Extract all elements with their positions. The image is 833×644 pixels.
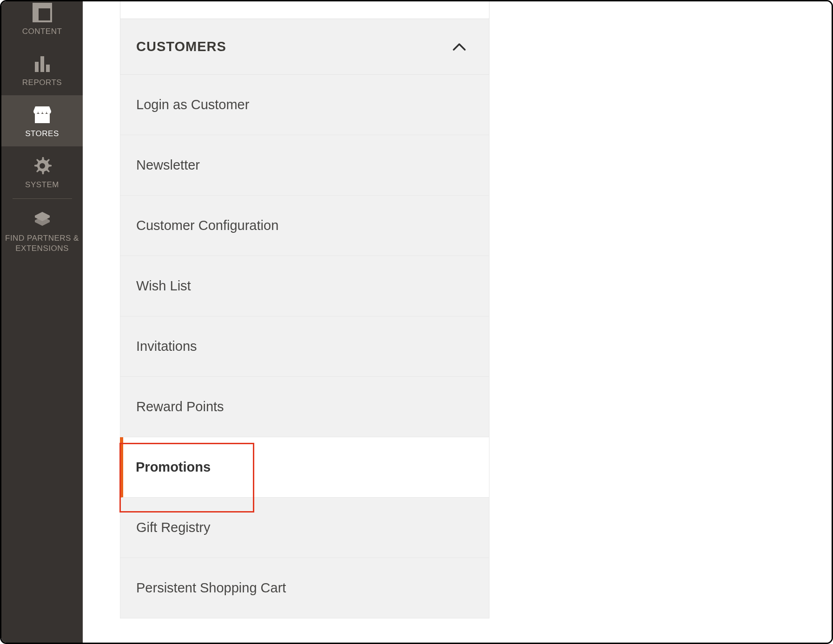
chevron-up-icon (452, 39, 467, 54)
config-column: CUSTOMERS Login as Customer Newsletter C… (120, 1, 489, 618)
sidebar-item-find-partners[interactable]: FIND PARTNERS & EXTENSIONS (1, 200, 83, 261)
config-item-label: Gift Registry (136, 520, 211, 535)
config-item-label: Persistent Shopping Cart (136, 580, 286, 596)
sidebar-item-label: FIND PARTNERS & EXTENSIONS (1, 233, 83, 254)
content-icon (31, 1, 53, 24)
config-item-reward-points[interactable]: Reward Points (120, 377, 489, 437)
svg-rect-1 (33, 4, 51, 8)
section-title: CUSTOMERS (136, 39, 226, 54)
config-item-label: Wish List (136, 278, 191, 294)
config-item-newsletter[interactable]: Newsletter (120, 135, 489, 196)
svg-point-8 (40, 163, 45, 169)
partners-icon (31, 208, 53, 230)
sidebar-item-stores[interactable]: STORES (1, 95, 83, 146)
config-item-persistent-shopping-cart[interactable]: Persistent Shopping Cart (120, 558, 489, 618)
config-item-label: Customer Configuration (136, 218, 278, 233)
sidebar-item-content[interactable]: CONTENT (1, 1, 83, 44)
config-item-gift-registry[interactable]: Gift Registry (120, 498, 489, 558)
sidebar-item-system[interactable]: SYSTEM (1, 146, 83, 197)
sidebar-item-label: REPORTS (20, 78, 65, 88)
content-area: CUSTOMERS Login as Customer Newsletter C… (83, 1, 832, 643)
sidebar-item-label: STORES (22, 129, 62, 139)
config-item-invitations[interactable]: Invitations (120, 316, 489, 377)
sidebar-divider (13, 198, 72, 199)
config-item-label: Invitations (136, 339, 197, 354)
svg-rect-3 (35, 62, 39, 72)
admin-sidebar: CONTENT REPORTS STORES (1, 1, 83, 643)
sidebar-item-label: CONTENT (20, 26, 65, 37)
reports-icon (31, 53, 53, 75)
config-item-label: Newsletter (136, 158, 200, 173)
config-item-promotions[interactable]: Promotions (120, 437, 489, 498)
previous-section-edge (120, 1, 489, 19)
sidebar-item-label: SYSTEM (22, 180, 62, 190)
svg-rect-4 (40, 56, 44, 72)
sidebar-item-reports[interactable]: REPORTS (1, 44, 83, 95)
stores-icon (31, 104, 53, 126)
config-item-wish-list[interactable]: Wish List (120, 256, 489, 316)
section-header-customers[interactable]: CUSTOMERS (120, 19, 489, 75)
config-item-label: Login as Customer (136, 97, 249, 112)
svg-rect-5 (46, 65, 50, 72)
config-item-label: Promotions (136, 460, 211, 475)
config-item-customer-configuration[interactable]: Customer Configuration (120, 196, 489, 256)
svg-rect-6 (35, 114, 50, 123)
config-item-login-as-customer[interactable]: Login as Customer (120, 75, 489, 135)
config-item-label: Reward Points (136, 399, 224, 414)
app-frame: CONTENT REPORTS STORES (0, 0, 833, 644)
svg-rect-2 (33, 8, 39, 21)
gear-icon (31, 155, 53, 177)
